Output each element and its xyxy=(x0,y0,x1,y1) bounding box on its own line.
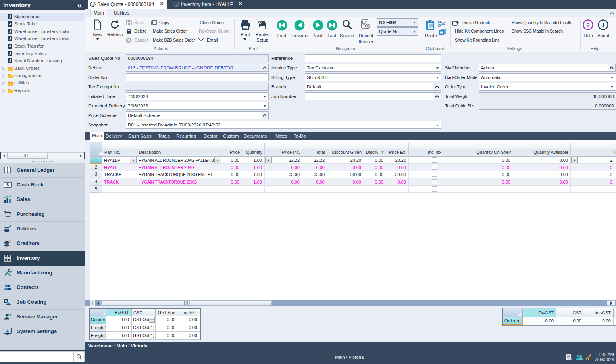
svg-text:J: J xyxy=(92,3,94,7)
svg-text:J: J xyxy=(602,22,604,28)
svg-text:$: $ xyxy=(5,299,7,303)
svg-text:$: $ xyxy=(6,182,9,187)
svg-text:J: J xyxy=(175,3,177,7)
svg-text:?: ? xyxy=(586,21,590,28)
